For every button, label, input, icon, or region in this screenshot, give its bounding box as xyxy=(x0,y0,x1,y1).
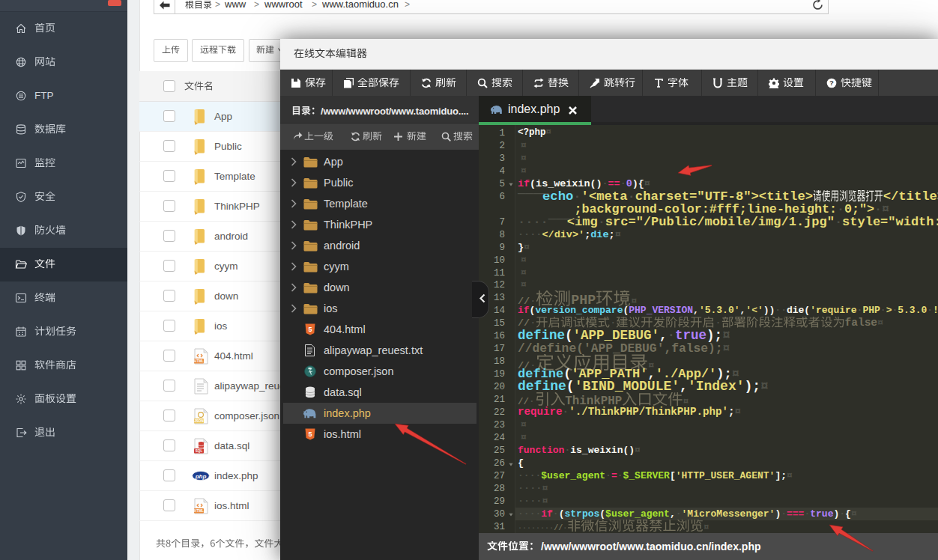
svg-text:5: 5 xyxy=(308,430,312,438)
svg-text:5: 5 xyxy=(308,326,312,333)
svg-text:php: php xyxy=(195,473,207,480)
svg-text:HTML: HTML xyxy=(194,509,204,513)
svg-text:JSON: JSON xyxy=(194,419,204,423)
svg-text:SQL: SQL xyxy=(196,449,203,453)
svg-text:HTML: HTML xyxy=(194,359,204,363)
svg-text:?: ? xyxy=(829,79,834,87)
